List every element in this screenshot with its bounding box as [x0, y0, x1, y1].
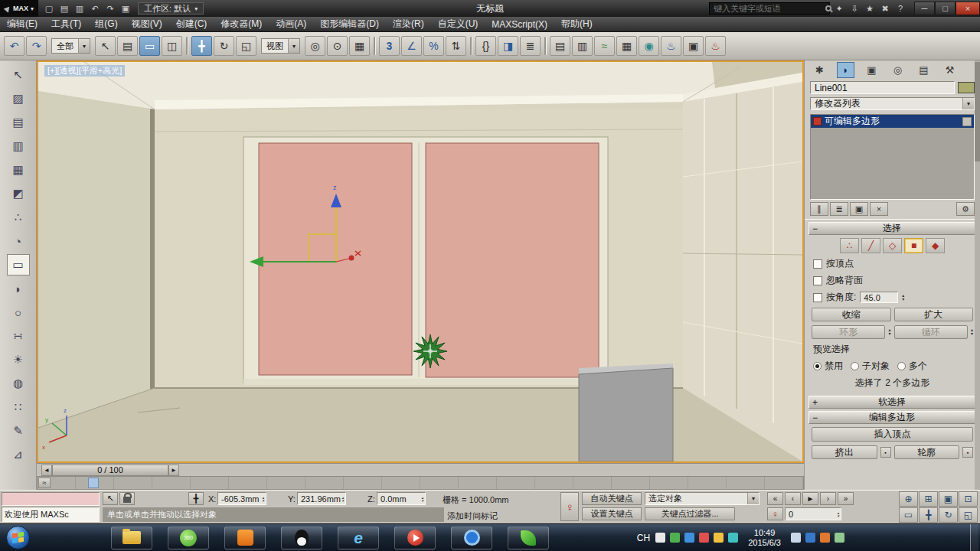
project-folder-icon[interactable]: ▣: [118, 2, 133, 15]
taskbar-app-qq[interactable]: [281, 527, 322, 549]
extrude-button[interactable]: 挤出: [812, 445, 877, 459]
material-editor-button[interactable]: ◉: [639, 36, 659, 56]
next-frame-button[interactable]: ›: [820, 492, 836, 505]
modifier-list-dropdown[interactable]: 修改器列表 ▾: [810, 97, 975, 110]
toolbar-separator[interactable]: [544, 37, 546, 55]
macro-recorder-field[interactable]: [2, 492, 100, 506]
tray-icon[interactable]: [670, 533, 680, 543]
menu-item[interactable]: MAXScript(X): [485, 17, 554, 31]
tray-icon[interactable]: [699, 533, 709, 543]
remove-modifier-button[interactable]: ×: [870, 202, 888, 216]
menu-item[interactable]: 帮助(H): [554, 17, 599, 31]
selection-filter-dropdown[interactable]: 全部 ▾: [51, 38, 90, 54]
spinner-snap-button[interactable]: ⇅: [446, 36, 466, 56]
menu-item[interactable]: 动画(A): [269, 17, 313, 31]
go-to-end-button[interactable]: »: [838, 492, 854, 505]
menu-item[interactable]: 图形编辑器(D): [313, 17, 386, 31]
pin-stack-button[interactable]: ∥: [810, 202, 828, 216]
left-toolbar-button[interactable]: ◍: [7, 373, 30, 394]
menu-item[interactable]: 自定义(U): [431, 17, 485, 31]
zoom-all-button[interactable]: ⊞: [919, 491, 938, 507]
left-toolbar-button[interactable]: ◗: [7, 278, 30, 299]
play-button[interactable]: ►: [802, 492, 818, 505]
menu-item[interactable]: 工具(T): [44, 17, 88, 31]
y-coordinate-field[interactable]: 231.96mm▴▾: [297, 492, 346, 505]
left-toolbar-button[interactable]: ✎: [7, 420, 30, 442]
polygon-mode-button[interactable]: ■: [904, 238, 923, 253]
percent-snap-button[interactable]: %: [423, 36, 444, 56]
key-mode-toggle[interactable]: ♀: [767, 507, 783, 520]
maximize-viewport-button[interactable]: ◱: [959, 507, 978, 523]
close-button[interactable]: ×: [956, 2, 980, 15]
render-production-button[interactable]: ♨: [705, 36, 726, 56]
tray-icon[interactable]: [820, 533, 830, 543]
help-icon[interactable]: ?: [893, 2, 908, 15]
taskbar-app-compass[interactable]: [451, 527, 492, 549]
absolute-mode-toggle[interactable]: ╋: [188, 492, 204, 505]
save-file-icon[interactable]: ▥: [72, 2, 87, 15]
ring-button[interactable]: 环形: [812, 325, 885, 339]
maxscript-mini-listener[interactable]: 欢迎使用 MAXSc: [2, 507, 100, 522]
shrink-button[interactable]: 收缩: [812, 308, 891, 321]
zoom-extents-button[interactable]: ▣: [939, 491, 958, 507]
angle-spinner[interactable]: ▴▾: [902, 294, 904, 302]
set-keys-button[interactable]: ♀: [560, 492, 579, 521]
layer-manager-button[interactable]: ▤: [550, 36, 570, 56]
rendered-frame-window-button[interactable]: ▣: [683, 36, 704, 56]
left-toolbar-button[interactable]: ▤: [7, 112, 30, 133]
insert-vertex-button[interactable]: 插入顶点: [812, 427, 973, 442]
tray-icon[interactable]: [835, 533, 844, 543]
pan-button[interactable]: ╋: [919, 507, 938, 523]
left-wall[interactable]: [38, 91, 155, 428]
time-slider-next-button[interactable]: ►: [168, 465, 179, 476]
time-slider[interactable]: ◄ 0 / 100 ►: [37, 463, 804, 476]
key-filters-button[interactable]: 关键点过滤器...: [645, 507, 735, 520]
taskbar-app-explorer[interactable]: [111, 527, 152, 549]
tab-create[interactable]: ✱: [811, 62, 828, 78]
current-frame-field[interactable]: 0▴▾: [785, 507, 841, 520]
selection-lock-toggle[interactable]: [119, 492, 135, 505]
window-crossing-button[interactable]: ◫: [162, 36, 182, 56]
add-time-tag[interactable]: 添加时间标记: [447, 510, 498, 522]
left-toolbar-button[interactable]: ▦: [7, 159, 30, 181]
ribbon-toggle-button[interactable]: ▥: [572, 36, 593, 56]
floor[interactable]: [38, 388, 802, 461]
selection-cursor-button[interactable]: ↖: [103, 492, 118, 505]
element-mode-button[interactable]: ◆: [926, 238, 945, 253]
workspace-selector[interactable]: 工作区: 默认 ▾: [138, 2, 204, 15]
language-indicator[interactable]: CH: [637, 533, 650, 543]
edit-polygons-rollout-header[interactable]: − 编辑多边形: [808, 411, 976, 424]
minimize-button[interactable]: ─: [914, 2, 935, 15]
select-object-button[interactable]: ↖: [95, 36, 116, 56]
undo-icon[interactable]: ↶: [87, 2, 103, 15]
mirror-button[interactable]: ◨: [498, 36, 518, 56]
ring-spinner[interactable]: ▴▾: [888, 328, 890, 336]
menu-item[interactable]: 编辑(E): [0, 17, 44, 31]
angle-snap-button[interactable]: ∠: [401, 36, 422, 56]
extrude-settings-button[interactable]: ▪: [880, 447, 891, 458]
toolbar-separator[interactable]: [374, 37, 375, 55]
viewport-label[interactable]: [+][透视][平滑+高光]: [44, 65, 125, 77]
left-toolbar-button[interactable]: ▥: [7, 135, 30, 157]
left-toolbar-button[interactable]: ☀: [7, 349, 30, 370]
gray-box-object[interactable]: [579, 368, 673, 461]
menu-item[interactable]: 组(G): [88, 17, 124, 31]
tray-icon[interactable]: [728, 533, 738, 543]
left-toolbar-button[interactable]: ○: [7, 302, 30, 323]
taskbar-app-360-safe[interactable]: [508, 527, 549, 549]
tray-icon[interactable]: [655, 533, 665, 543]
panel-scrollbar[interactable]: [975, 60, 980, 490]
left-toolbar-button[interactable]: ∴: [7, 207, 30, 228]
x-coordinate-field[interactable]: -605.3mm▴▾: [217, 492, 266, 505]
rectangular-selection-region-button[interactable]: ▭: [139, 36, 160, 56]
outline-button[interactable]: 轮廓: [894, 445, 960, 459]
start-button[interactable]: [6, 526, 30, 549]
left-toolbar-button[interactable]: ∷: [7, 396, 30, 418]
time-slider-handle[interactable]: 0 / 100: [52, 465, 168, 476]
preview-multiple-radio[interactable]: [897, 362, 906, 370]
track-bar[interactable]: ≈: [37, 476, 804, 490]
by-angle-checkbox[interactable]: [813, 293, 822, 302]
tab-utilities[interactable]: ⚒: [941, 62, 959, 78]
select-by-name-button[interactable]: ▤: [117, 36, 138, 56]
configure-modifier-sets-button[interactable]: ⚙: [956, 202, 975, 216]
